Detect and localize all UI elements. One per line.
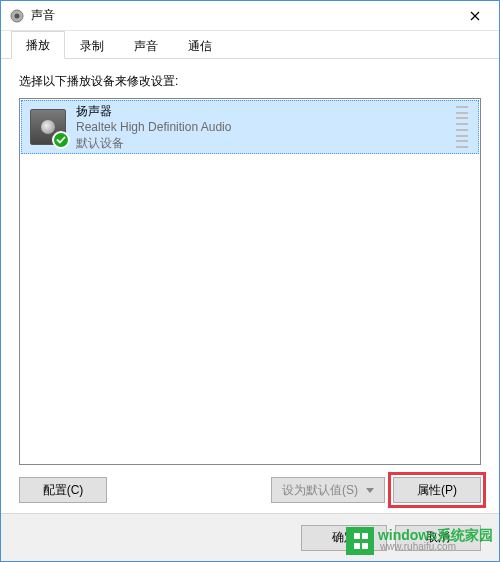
sound-icon — [9, 8, 25, 24]
properties-highlight: 属性(P) — [393, 477, 481, 503]
configure-button[interactable]: 配置(C) — [19, 477, 107, 503]
device-driver: Realtek High Definition Audio — [76, 119, 456, 135]
button-label: 配置(C) — [43, 482, 84, 499]
watermark-line1: windows系统家园 — [378, 529, 493, 541]
tab-label: 播放 — [26, 38, 50, 52]
device-icon-wrap — [30, 109, 66, 145]
close-button[interactable] — [452, 1, 497, 30]
watermark: windows系统家园 www.ruhaifu.com — [340, 525, 499, 557]
tab-label: 声音 — [134, 39, 158, 53]
svg-point-1 — [15, 13, 20, 18]
tab-label: 录制 — [80, 39, 104, 53]
device-name: 扬声器 — [76, 103, 456, 119]
button-label: 设为默认值(S) — [282, 482, 358, 499]
device-item[interactable]: 扬声器 Realtek High Definition Audio 默认设备 — [21, 100, 479, 154]
device-status: 默认设备 — [76, 135, 456, 151]
sound-dialog: 声音 播放 录制 声音 通信 选择以下播放设备来修改设置: 扬声器 Realte… — [0, 0, 500, 562]
level-meter — [456, 106, 468, 148]
tab-sounds[interactable]: 声音 — [119, 32, 173, 59]
tab-strip: 播放 录制 声音 通信 — [1, 31, 499, 59]
device-texts: 扬声器 Realtek High Definition Audio 默认设备 — [76, 103, 456, 151]
device-list[interactable]: 扬声器 Realtek High Definition Audio 默认设备 — [19, 98, 481, 465]
instruction-text: 选择以下播放设备来修改设置: — [19, 73, 481, 90]
set-default-button[interactable]: 设为默认值(S) — [271, 477, 385, 503]
properties-button[interactable]: 属性(P) — [393, 477, 481, 503]
watermark-line2: www.ruhaifu.com — [380, 541, 493, 553]
tab-content: 选择以下播放设备来修改设置: 扬声器 Realtek High Definiti… — [1, 59, 499, 513]
titlebar: 声音 — [1, 1, 499, 31]
window-title: 声音 — [31, 7, 452, 24]
tab-recording[interactable]: 录制 — [65, 32, 119, 59]
tab-label: 通信 — [188, 39, 212, 53]
watermark-logo-icon — [346, 527, 374, 555]
device-buttons: 配置(C) 设为默认值(S) 属性(P) — [19, 477, 481, 503]
watermark-text: windows系统家园 www.ruhaifu.com — [378, 529, 493, 553]
tab-communications[interactable]: 通信 — [173, 32, 227, 59]
default-check-icon — [52, 131, 70, 149]
button-label: 属性(P) — [417, 482, 457, 499]
tab-playback[interactable]: 播放 — [11, 31, 65, 59]
